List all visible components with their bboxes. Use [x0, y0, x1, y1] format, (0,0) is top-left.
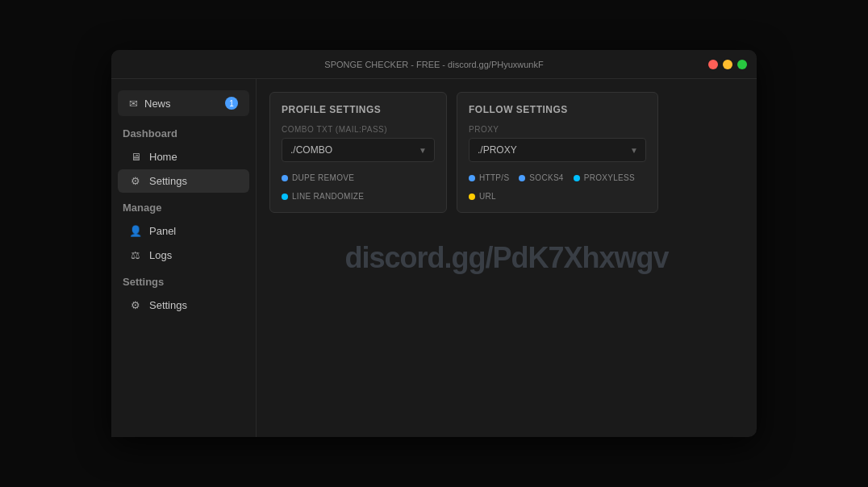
settings-section-header: Settings [111, 268, 256, 293]
news-label: News [144, 98, 219, 110]
combo-select-wrapper: ./COMBO ▼ [282, 138, 435, 162]
title-bar: SPONGE CHECKER - FREE - discord.gg/PHyux… [111, 50, 757, 79]
sidebar-item-panel[interactable]: 👤 Panel [118, 219, 249, 243]
settings2-icon: ⚙ [129, 299, 142, 311]
home-label: Home [149, 151, 177, 163]
proxy-field-label: PROXY [469, 125, 646, 134]
close-button[interactable] [708, 60, 718, 69]
profile-panel-title: PROFILE SETTINGS [282, 104, 435, 115]
dupe-remove-dot [282, 175, 288, 181]
socks4-toggle[interactable]: SOCKS4 [519, 173, 563, 182]
minimize-button[interactable] [723, 60, 732, 69]
watermark: discord.gg/PdK7Xhxwgv [344, 241, 668, 275]
proxyless-label: PROXYLESS [584, 173, 635, 182]
proxy-select-wrapper: ./PROXY ▼ [469, 138, 646, 162]
profile-settings-panel: PROFILE SETTINGS COMBO TXT (MAIL:PASS) .… [269, 92, 447, 213]
https-label: HTTP/S [479, 173, 509, 182]
dashboard-section-header: Dashboard [111, 119, 256, 144]
logs-icon: ⚖ [129, 249, 142, 261]
sidebar-item-news[interactable]: ✉ News 1 [118, 90, 249, 116]
maximize-button[interactable] [737, 60, 747, 69]
url-dot [469, 194, 475, 200]
window-controls [708, 60, 747, 69]
settings-icon: ⚙ [129, 175, 142, 187]
follow-settings-panel: FOLLOW SETTINGS PROXY ./PROXY ▼ HTTP/S [457, 92, 658, 213]
settings-item-label: Settings [149, 299, 187, 311]
sidebar-item-logs[interactable]: ⚖ Logs [118, 244, 249, 267]
socks4-label: SOCKS4 [529, 173, 563, 182]
settings-panels: PROFILE SETTINGS COMBO TXT (MAIL:PASS) .… [269, 92, 744, 213]
window-title: SPONGE CHECKER - FREE - discord.gg/PHyux… [324, 60, 543, 69]
proxy-select[interactable]: ./PROXY [469, 138, 646, 162]
sidebar-item-home[interactable]: 🖥 Home [118, 145, 249, 169]
line-randomize-label: LINE RANDOMIZE [292, 192, 364, 201]
sidebar: ✉ News 1 Dashboard 🖥 Home ⚙ Settings Man… [111, 79, 257, 437]
profile-toggle-row: DUPE REMOVE LINE RANDOMIZE [282, 173, 435, 201]
follow-toggle-row: HTTP/S SOCKS4 PROXYLESS URL [469, 173, 646, 201]
proxyless-toggle[interactable]: PROXYLESS [574, 173, 635, 182]
manage-section-header: Manage [111, 194, 256, 219]
proxyless-dot [574, 175, 580, 181]
panel-icon: 👤 [129, 225, 142, 237]
news-badge: 1 [225, 97, 238, 110]
sidebar-item-settings[interactable]: ⚙ Settings [118, 169, 249, 193]
combo-select[interactable]: ./COMBO [282, 138, 435, 162]
https-toggle[interactable]: HTTP/S [469, 173, 509, 182]
news-icon: ✉ [129, 98, 138, 110]
combo-field-label: COMBO TXT (MAIL:PASS) [282, 125, 435, 134]
line-randomize-toggle[interactable]: LINE RANDOMIZE [282, 192, 364, 201]
logs-label: Logs [149, 249, 172, 261]
window-body: ✉ News 1 Dashboard 🖥 Home ⚙ Settings Man… [111, 79, 757, 437]
url-label: URL [479, 192, 496, 201]
dupe-remove-label: DUPE REMOVE [292, 173, 354, 182]
home-icon: 🖥 [129, 151, 142, 163]
line-randomize-dot [282, 194, 288, 200]
follow-panel-title: FOLLOW SETTINGS [469, 104, 646, 115]
main-content: PROFILE SETTINGS COMBO TXT (MAIL:PASS) .… [257, 79, 757, 437]
sidebar-item-settings2[interactable]: ⚙ Settings [118, 293, 249, 317]
dupe-remove-toggle[interactable]: DUPE REMOVE [282, 173, 354, 182]
settings-label: Settings [149, 175, 187, 187]
https-dot [469, 175, 475, 181]
panel-label: Panel [149, 225, 176, 237]
app-window: SPONGE CHECKER - FREE - discord.gg/PHyux… [111, 50, 757, 437]
url-toggle[interactable]: URL [469, 192, 496, 201]
socks4-dot [519, 175, 525, 181]
